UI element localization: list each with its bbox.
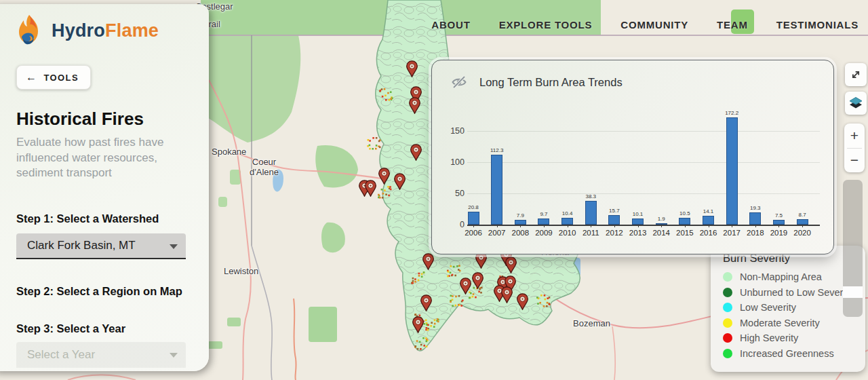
chevron-down-icon (170, 244, 178, 249)
expand-icon (849, 68, 863, 81)
burn-severity-patch (387, 186, 389, 188)
nav-item-about[interactable]: ABOUT (431, 19, 470, 31)
burn-severity-patch (425, 337, 427, 339)
burn-severity-patch (427, 324, 429, 326)
bar-value-label: 10.4 (553, 210, 583, 216)
burn-severity-patch (412, 280, 414, 282)
burn-severity-patch (422, 337, 425, 339)
burn-severity-patch (430, 325, 432, 327)
burn-severity-patch (381, 189, 383, 191)
burn-severity-patch (390, 189, 392, 191)
axis-tickmark (473, 225, 474, 227)
burn-severity-patch (547, 297, 549, 299)
burn-severity-patch (426, 345, 428, 347)
axis-tickmark (520, 225, 521, 227)
axis-tickmark (732, 225, 732, 227)
burn-severity-patch (378, 140, 380, 142)
burn-severity-patch (458, 295, 460, 297)
burn-severity-patch (452, 274, 454, 276)
legend-swatch (723, 272, 732, 282)
bar-value-label: 38.3 (576, 193, 606, 200)
burn-severity-patch (384, 88, 386, 90)
burn-severity-patch (425, 329, 427, 331)
burn-severity-patch (473, 293, 475, 295)
burn-severity-patch (368, 139, 370, 141)
back-arrow-icon: ← (26, 71, 37, 83)
y-axis-tick: 150 (440, 126, 465, 136)
bar-value-label: 8.7 (787, 212, 817, 218)
burn-severity-patch (437, 318, 439, 320)
burn-severity-patch (390, 91, 392, 93)
nav-item-team[interactable]: TEAM (717, 19, 748, 31)
legend-label: High Severity (740, 332, 798, 343)
map-city-label: Lewiston (224, 266, 258, 276)
fullscreen-button[interactable] (845, 63, 867, 86)
burn-severity-patch (414, 314, 416, 316)
burn-severity-patch (420, 348, 422, 350)
zoom-in-button[interactable]: + (844, 124, 865, 148)
sidebar-panel: HydroFlame ← TOOLS Historical Fires Eval… (0, 4, 209, 371)
burn-severity-patch (369, 140, 371, 142)
chart-bar (491, 155, 502, 225)
burn-severity-patch (549, 303, 551, 305)
axis-tickmark (638, 225, 639, 227)
burn-severity-patch (382, 197, 384, 199)
burn-severity-patch (389, 186, 391, 188)
burn-severity-patch (434, 319, 436, 321)
watershed-select[interactable]: Clark Fork Basin, MT (16, 233, 186, 259)
y-axis-tick: 0 (440, 220, 465, 229)
nav-item-community[interactable]: COMMUNITY (620, 19, 688, 31)
chart-bar (468, 212, 479, 225)
burn-severity-patch (447, 276, 449, 278)
burn-severity-patch (369, 148, 371, 150)
burn-severity-patch (420, 344, 422, 346)
burn-severity-patch (376, 145, 378, 147)
burn-severity-patch (384, 95, 387, 97)
hydroflame-logo-icon (14, 14, 45, 48)
axis-tickmark (614, 225, 615, 227)
burn-severity-patch (414, 281, 416, 283)
nav-item-testimonials[interactable]: TESTIMONIALS (776, 19, 859, 31)
burn-severity-patch (367, 145, 369, 147)
axis-tickmark (802, 225, 803, 227)
chart-bar (726, 117, 738, 225)
chart-bar (538, 218, 549, 225)
layers-button[interactable] (845, 92, 867, 115)
legend-swatch (723, 349, 732, 358)
burn-severity-patch (462, 299, 464, 301)
scrollbar-thumb[interactable] (843, 286, 863, 298)
map-scrollbar[interactable] (843, 180, 863, 317)
bar-chart: 05010015020.82006112.320077.920089.72009… (432, 60, 833, 254)
burn-severity-patch (454, 275, 456, 277)
burn-severity-patch (416, 340, 418, 342)
legend-label: Increased Greenness (740, 348, 834, 359)
burn-severity-patch (372, 137, 374, 139)
burn-severity-patch (425, 341, 427, 343)
burn-severity-patch (455, 305, 457, 307)
y-axis-tick: 100 (440, 157, 465, 167)
gridline (467, 193, 820, 194)
burn-severity-patch (437, 321, 439, 323)
burn-severity-patch (369, 145, 371, 147)
zoom-out-button[interactable]: − (844, 149, 865, 173)
back-to-tools-button[interactable]: ← TOOLS (16, 65, 91, 90)
burn-severity-patch (419, 341, 421, 343)
burn-severity-patch (452, 295, 454, 297)
burn-trends-panel: Long Term Burn Area Trends 05010015020.8… (431, 60, 834, 254)
x-axis-tick: 2020 (787, 229, 817, 237)
burn-severity-patch (458, 269, 460, 271)
map-city-label: Bozeman (573, 318, 610, 328)
chart-bar (773, 220, 785, 225)
burn-severity-patch (423, 345, 425, 347)
burn-severity-patch (372, 148, 374, 150)
burn-severity-patch (549, 297, 551, 299)
axis-tickmark (778, 225, 779, 227)
chart-bar (703, 216, 714, 225)
brand-logo[interactable]: HydroFlame (14, 14, 209, 48)
burn-severity-patch (412, 278, 414, 280)
legend-swatch (723, 288, 732, 297)
legend-label: Moderate Severity (740, 318, 820, 328)
axis-tickmark (685, 225, 686, 227)
nav-item-explore-tools[interactable]: EXPLORE TOOLS (499, 19, 593, 31)
year-select[interactable]: Select a Year (16, 342, 186, 368)
